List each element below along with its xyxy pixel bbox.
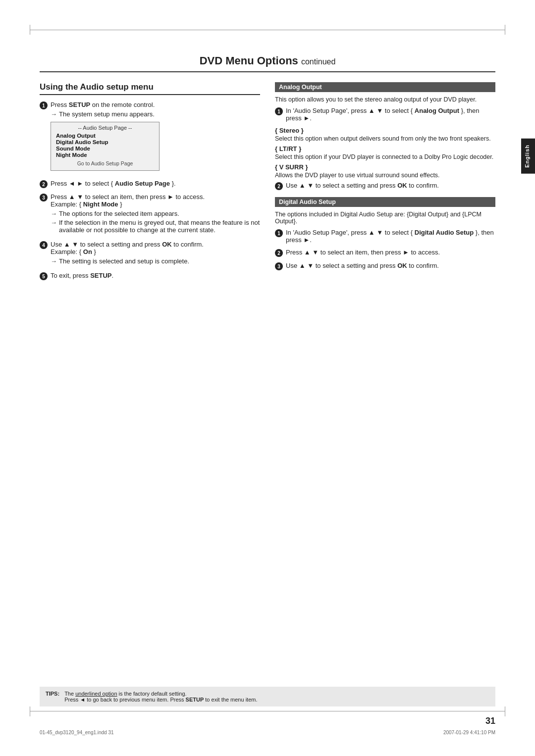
analog-step-1-content: In 'Audio Setup Page', press ▲ ▼ to sele…	[286, 107, 495, 122]
analog-steps-list: 1 In 'Audio Setup Page', press ▲ ▼ to se…	[275, 107, 495, 122]
analog-output-header: Analog Output	[275, 82, 495, 92]
page-wrapper: English DVD Menu Options continued Using…	[0, 0, 535, 756]
left-step-3: 3 Press ▲ ▼ to select an item, then pres…	[40, 193, 260, 236]
top-border-line	[30, 30, 505, 30]
arrow-sym: →	[51, 110, 57, 118]
step-3-arrow-1-text: The options for the selected item appear…	[59, 210, 179, 217]
left-steps-list: 1 Press SETUP on the remote control. → T…	[40, 101, 260, 280]
english-tab: English	[521, 139, 535, 174]
arrow-sym-3: →	[51, 219, 57, 226]
ltrt-label: { LT/RT }	[275, 145, 301, 152]
ltrt-brace-heading: { LT/RT }	[275, 145, 495, 152]
analog-output-bold: Analog Output	[415, 107, 459, 114]
analog-step-1: 1 In 'Audio Setup Page', press ▲ ▼ to se…	[275, 107, 495, 122]
step-3-arrows: → The options for the selected item appe…	[51, 210, 260, 234]
analog-step-2-circle: 2	[275, 182, 283, 190]
title-text: DVD Menu Options	[200, 54, 298, 67]
digital-step-2-content: Press ▲ ▼ to select an item, then press …	[286, 249, 495, 256]
digital-step-3: 3 Use ▲ ▼ to select a setting and press …	[275, 262, 495, 270]
digital-step-3-circle: 3	[275, 262, 283, 270]
step-1-arrows: → The system setup menu appears.	[51, 110, 260, 118]
digital-steps-list: 1 In 'Audio Setup Page', press ▲ ▼ to se…	[275, 229, 495, 270]
step-4-circle: 4	[40, 241, 48, 249]
setup-bold-1: SETUP	[69, 101, 90, 108]
screen-item-analog: Analog Output	[56, 133, 154, 139]
step-4-arrows: → The setting is selected and setup is c…	[51, 257, 260, 265]
step-1-content: Press SETUP on the remote control. → The…	[51, 101, 260, 175]
digital-step-1: 1 In 'Audio Setup Page', press ▲ ▼ to se…	[275, 229, 495, 244]
analog-step-2-content: Use ▲ ▼ to select a setting and press OK…	[286, 182, 495, 189]
vsurr-brace-heading: { V SURR }	[275, 163, 495, 171]
vsurr-desc: Allows the DVD player to use virtual sur…	[275, 172, 495, 179]
digital-step-2: 2 Press ▲ ▼ to select an item, then pres…	[275, 249, 495, 257]
step-2-content: Press ◄ ► to select { Audio Setup Page }…	[51, 180, 260, 187]
digital-step-1-circle: 1	[275, 229, 283, 237]
digital-audio-setup-bold: Digital Audio Setup	[415, 229, 474, 236]
two-column-layout: Using the Audio setup menu 1 Press SETUP…	[40, 82, 495, 285]
underline-option: underlined option	[75, 691, 117, 697]
screen-title: -- Audio Setup Page --	[56, 125, 154, 131]
arrow-sym-2: →	[51, 210, 57, 217]
audio-section-heading: Using the Audio setup menu	[40, 82, 260, 95]
digital-step-3-content: Use ▲ ▼ to select a setting and press OK…	[286, 262, 495, 269]
bottom-border-line	[30, 711, 505, 711]
screen-item-night: Night Mode	[56, 152, 154, 158]
screen-item-digital: Digital Audio Setup	[56, 139, 154, 145]
analog-step-2-list: 2 Use ▲ ▼ to select a setting and press …	[275, 182, 495, 190]
step-4-arrow-1-text: The setting is selected and setup is com…	[59, 257, 189, 265]
digital-step-1-content: In 'Audio Setup Page', press ▲ ▼ to sele…	[286, 229, 495, 244]
page-title: DVD Menu Options continued	[40, 54, 495, 72]
vsurr-label: { V SURR }	[275, 163, 308, 171]
setup-bold-tips: SETUP	[186, 697, 204, 703]
page-number: 31	[485, 716, 495, 726]
step-3-content: Press ▲ ▼ to select an item, then press …	[51, 193, 260, 236]
footer-right: 2007-01-29 4:41:10 PM	[443, 730, 495, 735]
left-step-1: 1 Press SETUP on the remote control. → T…	[40, 101, 260, 175]
tips-line-1: The underlined option is the factory def…	[64, 691, 489, 697]
analog-step-1-circle: 1	[275, 107, 283, 115]
side-mark-right-top	[505, 25, 505, 35]
digital-step-2-circle: 2	[275, 249, 283, 257]
step-4-arrow-1: → The setting is selected and setup is c…	[51, 257, 260, 265]
screen-item-sound: Sound Mode	[56, 146, 154, 151]
left-step-5: 5 To exit, press SETUP.	[40, 272, 260, 280]
stereo-desc: Select this option when output delivers …	[275, 135, 495, 142]
analog-output-intro: This option allows you to set the stereo…	[275, 96, 495, 103]
footer-left: 01-45_dvp3120_94_eng1.indd 31	[40, 730, 114, 735]
screen-box: -- Audio Setup Page -- Analog Output Dig…	[51, 122, 160, 171]
step-3-circle: 3	[40, 194, 48, 202]
screen-footer: Go to Audio Setup Page	[56, 160, 154, 166]
analog-step-2: 2 Use ▲ ▼ to select a setting and press …	[275, 182, 495, 190]
arrow-sym-4: →	[51, 257, 57, 265]
tips-label: TIPS:	[46, 691, 59, 703]
stereo-label: { Stereo }	[275, 127, 304, 134]
step-1-circle: 1	[40, 101, 48, 109]
stereo-brace-heading: { Stereo }	[275, 127, 495, 134]
step-1-arrow-1: → The system setup menu appears.	[51, 110, 260, 118]
step-2-circle: 2	[40, 180, 48, 188]
step-3-arrow-2: → If the selection in the menu is greyed…	[51, 219, 260, 234]
left-column: Using the Audio setup menu 1 Press SETUP…	[40, 82, 260, 285]
title-continued: continued	[301, 57, 335, 66]
night-mode-bold: Night Mode	[83, 201, 118, 208]
tips-line-2: Press ◄ to go back to previous menu item…	[64, 697, 489, 703]
ok-bold-3: OK	[397, 262, 407, 269]
ltrt-desc: Select this option if your DVD player is…	[275, 153, 495, 160]
digital-audio-header: Digital Audio Setup	[275, 197, 495, 207]
content-area: DVD Menu Options continued Using the Aud…	[0, 20, 535, 325]
left-step-2: 2 Press ◄ ► to select { Audio Setup Page…	[40, 180, 260, 188]
step-1-arrow-1-text: The system setup menu appears.	[59, 110, 155, 118]
audio-setup-page-bold: Audio Setup Page	[115, 180, 170, 187]
step-3-arrow-1: → The options for the selected item appe…	[51, 210, 260, 217]
setup-bold-2: SETUP	[90, 272, 111, 279]
on-bold: On	[83, 248, 92, 255]
step-5-content: To exit, press SETUP.	[51, 272, 260, 279]
side-mark-left-top	[30, 25, 30, 35]
side-mark-left-bottom	[30, 706, 30, 716]
side-mark-right-bottom	[505, 706, 505, 716]
digital-audio-intro: The options included in Digital Audio Se…	[275, 211, 495, 225]
ok-bold-2: OK	[397, 182, 407, 189]
tips-content: The underlined option is the factory def…	[64, 691, 489, 703]
ok-bold-1: OK	[162, 241, 172, 248]
step-4-content: Use ▲ ▼ to select a setting and press OK…	[51, 241, 260, 267]
